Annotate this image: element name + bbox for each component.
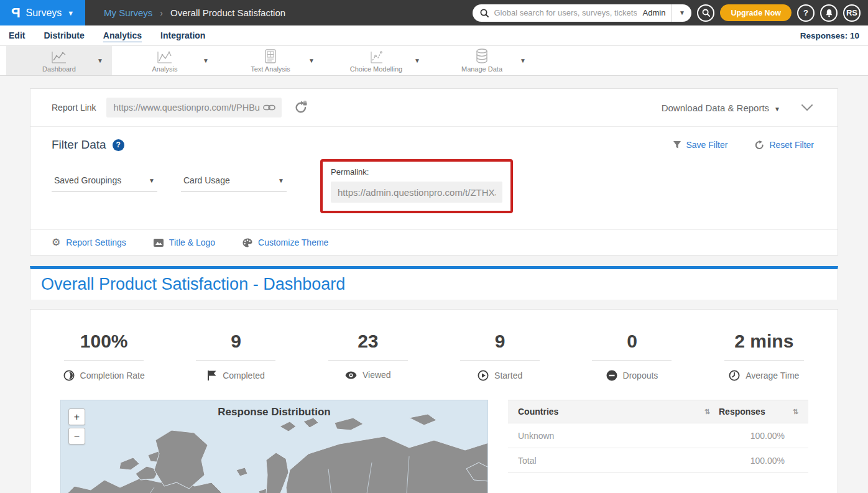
permalink-highlight-box: Permalink: xyxy=(320,159,513,213)
country-cell: Total xyxy=(518,456,719,466)
report-settings-link[interactable]: ⚙ Report Settings xyxy=(52,237,126,247)
manage-data-icon xyxy=(475,49,489,64)
user-avatar[interactable]: RS xyxy=(843,4,861,22)
tab-dashboard[interactable]: Dashboard ▼ xyxy=(6,46,112,75)
chevron-down-icon[interactable]: ▼ xyxy=(97,57,103,63)
search-scope-dropdown[interactable]: ▼ xyxy=(672,4,691,22)
responses-count: Responses: 10 xyxy=(800,31,859,40)
breadcrumb-my-surveys[interactable]: My Surveys xyxy=(104,7,152,18)
help-icon[interactable]: ? xyxy=(113,139,124,151)
tab-label: Text Analysis xyxy=(251,65,290,73)
topbar-actions: Admin ▼ Upgrade Now ? RS xyxy=(473,4,868,22)
image-icon xyxy=(154,239,164,247)
map-title: Response Distribution xyxy=(61,406,487,418)
dashboard-card: 100% Completion Rate 9 Completed xyxy=(30,309,838,493)
reset-filter-button[interactable]: Reset Filter xyxy=(755,140,814,150)
link-icon[interactable] xyxy=(263,104,275,111)
collapse-card-chevron-icon[interactable] xyxy=(801,104,813,111)
tab-analysis[interactable]: Analysis ▼ xyxy=(112,46,218,75)
tab-manage-data[interactable]: Manage Data ▼ xyxy=(429,46,535,75)
report-link-label: Report Link xyxy=(52,103,96,113)
customize-theme-link[interactable]: Customize Theme xyxy=(242,237,328,247)
stat-label: Average Time xyxy=(746,371,799,380)
tab-choice-modelling[interactable]: Choice Modelling ▼ xyxy=(323,46,429,75)
stat-value: 0 xyxy=(627,331,637,352)
chevron-down-icon: ▼ xyxy=(67,9,74,17)
dashboard-title-block: Overall Product Satisfaction - Dashboard xyxy=(30,266,838,300)
gear-icon: ⚙ xyxy=(52,237,60,247)
tab-label: Dashboard xyxy=(42,65,76,73)
table-row: Unknown 100.00% xyxy=(508,423,808,448)
chevron-down-icon[interactable]: ▼ xyxy=(203,57,209,63)
report-link-row: Report Link Download Data & Reports▼ xyxy=(30,89,838,127)
card-usage-dropdown[interactable]: Card Usage ▼ xyxy=(181,175,287,191)
permalink-label: Permalink: xyxy=(331,167,502,177)
stat-label: Completed xyxy=(223,371,265,380)
clock-icon xyxy=(729,370,740,381)
response-distribution-map[interactable]: Response Distribution + − xyxy=(60,400,488,493)
analytics-tab-strip: Dashboard ▼ Analysis ▼ Text Analysis ▼ C… xyxy=(0,46,868,76)
chevron-down-icon: ▼ xyxy=(774,106,780,113)
chevron-down-icon[interactable]: ▼ xyxy=(308,57,315,63)
chevron-down-icon[interactable]: ▼ xyxy=(414,57,420,63)
search-button[interactable] xyxy=(697,4,714,22)
report-settings-card: Report Link Download Data & Reports▼ Fil… xyxy=(30,88,838,256)
filter-data-title: Filter Data xyxy=(52,138,106,152)
play-circle-icon xyxy=(478,370,489,381)
global-search-input[interactable] xyxy=(494,8,636,17)
help-button[interactable]: ? xyxy=(797,4,815,22)
bell-icon xyxy=(825,9,833,17)
stat-completion-rate: 100% Completion Rate xyxy=(38,331,170,381)
nav-item-analytics[interactable]: Analytics xyxy=(103,28,142,43)
nav-item-integration[interactable]: Integration xyxy=(160,28,205,43)
save-filter-button[interactable]: Save Filter xyxy=(673,140,728,150)
permalink-input[interactable] xyxy=(331,182,502,203)
download-data-reports-menu[interactable]: Download Data & Reports▼ xyxy=(662,103,780,113)
completion-rate-icon xyxy=(63,370,75,381)
palette-icon xyxy=(242,238,252,247)
eye-icon xyxy=(345,371,357,379)
analysis-chart-icon xyxy=(157,49,173,64)
text-analysis-icon xyxy=(264,49,277,64)
map-zoom-in-button[interactable]: + xyxy=(68,408,85,425)
search-icon xyxy=(480,9,489,17)
flag-icon xyxy=(207,370,217,380)
upgrade-now-button[interactable]: Upgrade Now xyxy=(720,4,792,21)
sort-icon[interactable]: ⇅ xyxy=(793,408,798,416)
stat-value: 23 xyxy=(358,331,378,352)
tab-text-analysis[interactable]: Text Analysis ▼ xyxy=(218,46,323,75)
saved-groupings-dropdown[interactable]: Saved Groupings ▼ xyxy=(52,175,157,191)
breadcrumb-separator-icon: › xyxy=(160,8,163,18)
chevron-down-icon: ▼ xyxy=(278,177,284,184)
nav-item-distribute[interactable]: Distribute xyxy=(44,28,84,43)
stat-label: Started xyxy=(494,371,522,380)
filter-data-section: Filter Data ? Save Filter Reset Filter xyxy=(30,127,838,229)
report-link-box xyxy=(106,98,282,117)
tab-label: Choice Modelling xyxy=(350,65,402,73)
countries-table: Countries ⇅ Responses ⇅ Unknown 100.00% xyxy=(508,400,808,493)
chevron-down-icon[interactable]: ▼ xyxy=(520,57,526,63)
stat-value: 9 xyxy=(495,331,506,352)
page-title: Overall Product Satisfaction - Dashboard xyxy=(41,275,345,294)
country-cell: Unknown xyxy=(518,431,719,441)
stat-value: 100% xyxy=(80,331,128,352)
report-card-footer: ⚙ Report Settings Title & Logo Customize… xyxy=(30,229,838,255)
sort-icon[interactable]: ⇅ xyxy=(704,408,710,416)
report-link-input[interactable] xyxy=(114,103,262,113)
minus-circle-icon xyxy=(606,370,617,381)
column-countries: Countries xyxy=(518,407,558,417)
stat-label: Dropouts xyxy=(623,371,658,380)
tab-label: Analysis xyxy=(152,65,178,73)
stat-average-time: 2 mins Average Time xyxy=(698,331,830,381)
reset-icon xyxy=(755,141,764,150)
nav-item-edit[interactable]: Edit xyxy=(9,28,25,43)
title-logo-link[interactable]: Title & Logo xyxy=(154,237,215,247)
top-bar: P Surveys ▼ My Surveys › Overall Product… xyxy=(0,0,868,25)
map-zoom-out-button[interactable]: − xyxy=(68,428,85,445)
responses-cell: 100.00% xyxy=(719,456,798,466)
questionpro-logo-icon: P xyxy=(11,6,21,20)
notifications-button[interactable] xyxy=(820,4,838,22)
secure-link-icon[interactable] xyxy=(294,101,308,114)
surveys-menu[interactable]: P Surveys ▼ xyxy=(0,0,85,25)
map-zoom-controls: + − xyxy=(68,408,85,445)
